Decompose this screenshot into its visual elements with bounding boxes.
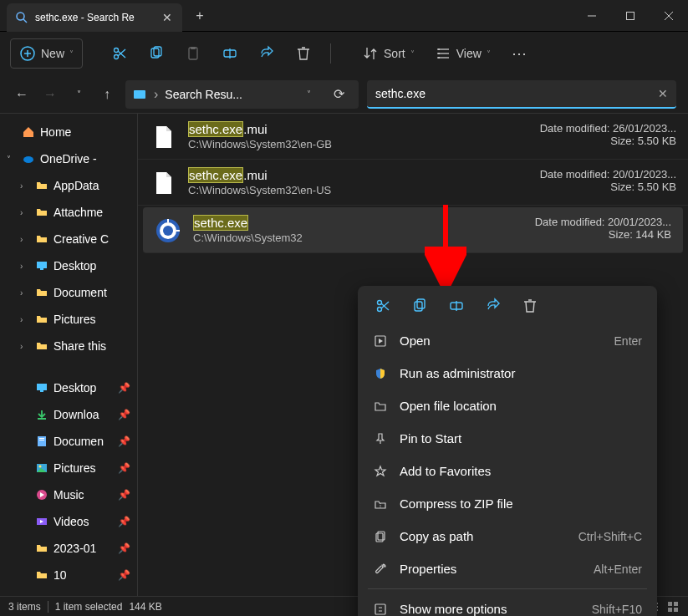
chevron-right-icon[interactable]: › [20, 181, 30, 191]
sidebar-item[interactable]: Videos📌 [0, 508, 137, 535]
copy-button[interactable] [140, 38, 173, 69]
breadcrumb-text: Search Resu... [165, 88, 292, 101]
share-button[interactable] [250, 38, 283, 69]
cut-button[interactable] [103, 38, 136, 69]
sidebar-item[interactable]: ›Pictures [0, 306, 137, 333]
sidebar-item[interactable]: Music📌 [0, 481, 137, 508]
ctx-compress[interactable]: Compress to ZIP file [358, 487, 657, 520]
forward-button[interactable]: → [40, 84, 60, 104]
ctx-open-location[interactable]: Open file location [358, 389, 657, 422]
tab-active[interactable]: sethc.exe - Search Re ✕ [7, 3, 182, 32]
context-menu-icon-row [358, 291, 657, 324]
back-button[interactable]: ← [12, 84, 32, 104]
search-box[interactable]: ✕ [367, 80, 676, 109]
file-icon [150, 124, 176, 150]
sidebar-item[interactable]: Downloa📌 [0, 401, 137, 428]
recent-button[interactable]: ˅ [69, 84, 89, 104]
sort-button[interactable]: Sort ˅ [354, 38, 423, 69]
svg-point-22 [438, 48, 440, 50]
refresh-button[interactable]: ⟳ [325, 86, 352, 102]
search-input[interactable] [375, 87, 658, 100]
folder-icon [35, 313, 48, 326]
ctx-run-admin[interactable]: Run as administrator [358, 357, 657, 389]
svg-point-23 [438, 53, 440, 54]
navigation-row: ← → ˅ ↑ › Search Resu... ˅ ⟳ ✕ [0, 75, 688, 114]
chevron-down-icon[interactable]: ˅ [298, 89, 319, 99]
chevron-down-icon: ˅ [69, 49, 74, 59]
svg-rect-25 [134, 90, 145, 99]
svg-rect-44 [668, 602, 672, 606]
maximize-button[interactable] [611, 0, 650, 32]
chevron-down-icon: ˅ [487, 49, 491, 59]
quick-access-icon [35, 542, 48, 555]
sidebar-item[interactable]: ›Desktop [0, 252, 137, 279]
sidebar-item[interactable]: Pictures📌 [0, 455, 137, 481]
folder-icon [35, 206, 48, 219]
ctx-properties[interactable]: Properties Alt+Enter [358, 552, 657, 585]
quick-access-icon [35, 408, 48, 421]
sidebar-item[interactable]: ›AppData [0, 172, 137, 199]
chevron-down-icon[interactable]: ˅ [7, 155, 17, 164]
tab-close-button[interactable]: ✕ [161, 11, 174, 24]
sidebar-item[interactable]: ›Attachme [0, 199, 137, 226]
result-row[interactable]: sethc.exeC:\Windows\System32Date modifie… [143, 207, 683, 253]
clipboard-icon [185, 45, 201, 62]
sidebar-item[interactable]: Documen📌 [0, 428, 137, 455]
svg-rect-45 [674, 602, 678, 606]
chevron-right-icon[interactable]: › [20, 262, 30, 271]
sidebar-onedrive[interactable]: ˅ OneDrive - [0, 145, 137, 172]
search-icon [15, 11, 28, 24]
sidebar-item[interactable]: Desktop📌 [0, 374, 137, 401]
pin-icon: 📌 [118, 409, 130, 420]
chevron-right-icon[interactable]: › [20, 288, 30, 298]
new-tab-button[interactable]: + [187, 3, 212, 28]
file-icon [150, 170, 176, 196]
svg-rect-3 [627, 12, 634, 19]
rename-icon [448, 298, 465, 314]
view-button[interactable]: View ˅ [426, 38, 499, 69]
chevron-right-icon[interactable]: › [20, 235, 30, 244]
ctx-open[interactable]: Open Enter [358, 324, 657, 357]
ctx-pin-start[interactable]: Pin to Start [358, 422, 657, 455]
file-name: sethc.exe.mui [188, 122, 481, 136]
tiles-view-icon[interactable] [666, 600, 680, 613]
paste-button[interactable] [176, 38, 210, 69]
trash-icon [295, 45, 312, 62]
new-button[interactable]: New ˅ [10, 38, 83, 69]
ctx-cut-button[interactable] [373, 296, 393, 316]
svg-rect-30 [40, 390, 43, 392]
sidebar-item[interactable]: ›Creative C [0, 226, 137, 252]
chevron-right-icon[interactable]: › [20, 315, 30, 324]
svg-rect-16 [191, 47, 196, 49]
folder-icon [373, 399, 388, 414]
delete-button[interactable] [287, 38, 320, 69]
ctx-delete-button[interactable] [520, 296, 540, 316]
result-row[interactable]: sethc.exe.muiC:\Windows\System32\en-USDa… [138, 160, 688, 206]
result-row[interactable]: sethc.exe.muiC:\Windows\System32\en-GBDa… [138, 114, 688, 160]
svg-point-51 [378, 308, 382, 312]
sidebar-item[interactable]: 2023-01📌 [0, 535, 137, 562]
sidebar-item[interactable]: ›Document [0, 279, 137, 306]
chevron-right-icon[interactable]: › [20, 342, 30, 351]
folder-icon [35, 339, 48, 353]
ctx-share-button[interactable] [483, 296, 503, 316]
clear-search-button[interactable]: ✕ [658, 87, 668, 100]
rename-button[interactable] [213, 38, 247, 69]
close-button[interactable] [650, 0, 688, 32]
sidebar-item[interactable]: ›Share this [0, 333, 137, 359]
ctx-copy-path[interactable]: Copy as path Ctrl+Shift+C [358, 520, 657, 552]
sidebar-home[interactable]: Home [0, 119, 137, 145]
up-button[interactable]: ↑ [97, 84, 117, 104]
chevron-right-icon[interactable]: › [20, 208, 30, 217]
ctx-favorites[interactable]: Add to Favorites [358, 455, 657, 487]
ctx-copy-button[interactable] [410, 296, 430, 316]
sidebar-item[interactable]: 10📌 [0, 562, 137, 588]
minimize-button[interactable] [573, 0, 611, 32]
selected-count: 1 item selected [55, 601, 123, 613]
breadcrumb[interactable]: › Search Resu... ˅ ⟳ [125, 80, 359, 109]
pin-icon: 📌 [118, 516, 130, 527]
ctx-more-options[interactable]: Show more options Shift+F10 [358, 593, 657, 616]
more-button[interactable]: ⋯ [502, 38, 536, 69]
svg-point-0 [17, 13, 24, 20]
ctx-rename-button[interactable] [446, 296, 466, 316]
